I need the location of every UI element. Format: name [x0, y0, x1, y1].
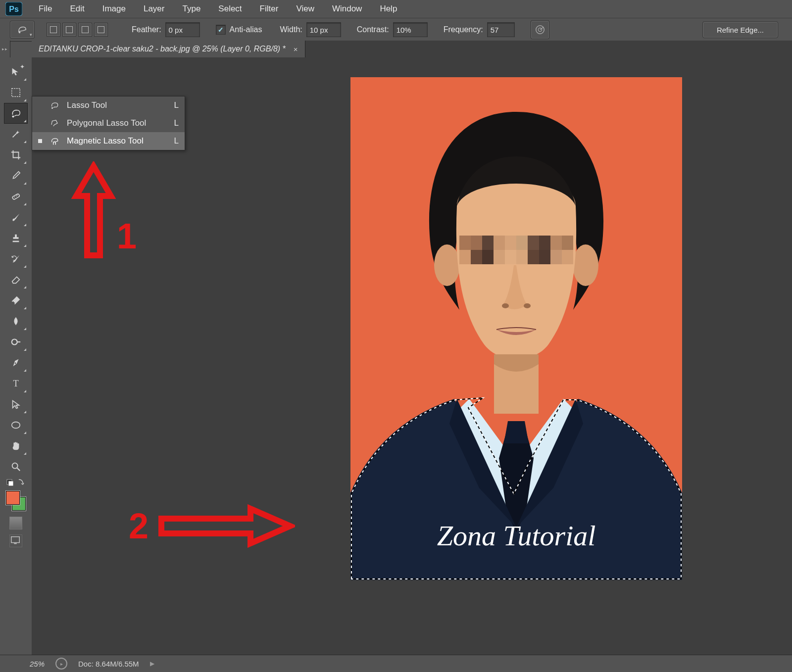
menu-layer[interactable]: Layer — [135, 1, 174, 17]
flyout-label: Lasso Tool — [67, 100, 163, 110]
lasso-icon — [49, 100, 60, 111]
history-brush-tool-icon[interactable] — [4, 248, 28, 269]
feather-input[interactable] — [165, 22, 200, 37]
stamp-tool-icon[interactable] — [4, 228, 28, 248]
flyout-magnetic-lasso[interactable]: Magnetic Lasso Tool L — [32, 132, 185, 150]
svg-rect-35 — [471, 250, 482, 264]
quick-mask-icon[interactable] — [9, 517, 22, 529]
svg-rect-34 — [459, 250, 471, 264]
contrast-label: Contrast: — [357, 25, 389, 34]
eyedropper-tool-icon[interactable] — [4, 165, 28, 186]
svg-point-20 — [51, 107, 53, 109]
dock-collapse-icon[interactable]: ▸▸ — [0, 41, 10, 58]
flyout-lasso[interactable]: Lasso Tool L — [32, 96, 185, 114]
feather-field: Feather: — [132, 22, 200, 37]
menu-select[interactable]: Select — [209, 1, 250, 17]
status-doc-text: Doc: 8.64M/6.55M — [78, 660, 139, 668]
menu-view[interactable]: View — [287, 1, 323, 17]
refine-edge-button[interactable]: Refine Edge... — [702, 21, 778, 38]
selection-subtract-icon[interactable] — [78, 23, 92, 37]
polygonal-lasso-icon — [49, 118, 60, 129]
hand-tool-icon[interactable] — [4, 435, 28, 456]
svg-point-22 — [573, 244, 598, 286]
svg-rect-37 — [494, 250, 505, 264]
menu-file[interactable]: File — [30, 1, 61, 17]
lasso-tool-icon[interactable] — [4, 103, 28, 124]
svg-rect-24 — [459, 236, 471, 250]
antialias-checkbox-icon[interactable]: ✓ — [216, 25, 226, 35]
rect-marquee-tool-icon[interactable] — [4, 82, 28, 103]
svg-rect-32 — [550, 236, 562, 250]
svg-point-8 — [14, 196, 15, 197]
flyout-shortcut: L — [170, 100, 179, 110]
svg-point-9 — [16, 195, 17, 196]
svg-rect-43 — [562, 250, 573, 264]
svg-rect-19 — [14, 543, 17, 544]
gradient-tool-icon[interactable] — [4, 290, 28, 311]
menu-type[interactable]: Type — [173, 1, 209, 17]
blur-tool-icon[interactable] — [4, 311, 28, 332]
svg-rect-31 — [539, 236, 550, 250]
active-tool-preset-icon[interactable]: ▾ — [10, 21, 35, 39]
flyout-label: Magnetic Lasso Tool — [67, 136, 163, 146]
shape-tool-icon[interactable] — [4, 415, 28, 435]
pen-tool-icon[interactable] — [4, 352, 28, 373]
selection-add-icon[interactable] — [62, 23, 76, 37]
close-tab-icon[interactable]: × — [294, 45, 298, 53]
svg-rect-25 — [471, 236, 482, 250]
document-tab-bar: EDITANKU CROP-1-clear saku2 - back.jpg @… — [32, 41, 792, 58]
width-input[interactable] — [306, 22, 341, 37]
flyout-selected-icon — [38, 139, 42, 143]
selection-intersect-icon[interactable] — [94, 23, 108, 37]
menu-help[interactable]: Help — [371, 1, 406, 17]
menu-edit[interactable]: Edit — [61, 1, 93, 17]
brush-tool-icon[interactable] — [4, 207, 28, 228]
pen-pressure-icon[interactable] — [531, 20, 549, 39]
svg-rect-42 — [550, 250, 562, 264]
document-image[interactable]: Zona Tutorial — [350, 77, 682, 580]
svg-point-45 — [524, 303, 531, 308]
heal-tool-icon[interactable] — [4, 186, 28, 207]
svg-point-15 — [12, 463, 18, 469]
svg-rect-26 — [482, 236, 494, 250]
contrast-input[interactable] — [393, 22, 428, 37]
frequency-label: Frequency: — [444, 25, 483, 34]
document-tab[interactable]: EDITANKU CROP-1-clear saku2 - back.jpg @… — [32, 41, 305, 57]
zoom-tool-icon[interactable] — [4, 456, 28, 477]
status-more-icon[interactable]: ▶ — [150, 660, 154, 667]
move-tool-icon[interactable]: ✦ — [4, 61, 28, 82]
crop-tool-icon[interactable] — [4, 144, 28, 165]
flyout-shortcut: L — [170, 136, 179, 146]
svg-point-11 — [12, 339, 17, 345]
svg-rect-36 — [482, 250, 494, 264]
antialias-field[interactable]: ✓ Anti-alias — [216, 25, 262, 35]
flyout-shortcut: L — [170, 118, 179, 128]
color-swatch[interactable] — [6, 491, 26, 511]
menu-window[interactable]: Window — [323, 1, 371, 17]
flyout-polygonal-lasso[interactable]: Polygonal Lasso Tool L — [32, 114, 185, 132]
frequency-input[interactable] — [487, 22, 515, 37]
width-field: Width: — [280, 22, 341, 37]
svg-rect-29 — [516, 236, 528, 250]
selection-new-icon[interactable] — [47, 23, 60, 37]
screen-mode-icon[interactable] — [9, 534, 22, 547]
magic-wand-tool-icon[interactable] — [4, 124, 28, 144]
document-tab-title: EDITANKU CROP-1-clear saku2 - back.jpg @… — [39, 45, 286, 53]
antialias-label: Anti-alias — [230, 25, 262, 34]
status-preview-icon[interactable] — [55, 658, 67, 670]
foreground-swatch-icon[interactable] — [6, 491, 20, 505]
type-tool-icon[interactable]: T — [4, 373, 28, 394]
svg-rect-17 — [8, 481, 13, 486]
eraser-tool-icon[interactable] — [4, 269, 28, 290]
menu-filter[interactable]: Filter — [251, 1, 288, 17]
menu-image[interactable]: Image — [94, 1, 135, 17]
menubar: Ps File Edit Image Layer Type Select Fil… — [0, 0, 792, 18]
selection-mode-group — [47, 23, 108, 37]
svg-point-6 — [12, 115, 14, 117]
swap-colors-row[interactable] — [4, 477, 28, 487]
dodge-tool-icon[interactable] — [4, 332, 28, 352]
zoom-level[interactable]: 25% — [30, 660, 45, 668]
svg-point-10 — [17, 194, 18, 195]
svg-rect-40 — [528, 250, 539, 264]
path-select-tool-icon[interactable] — [4, 394, 28, 415]
